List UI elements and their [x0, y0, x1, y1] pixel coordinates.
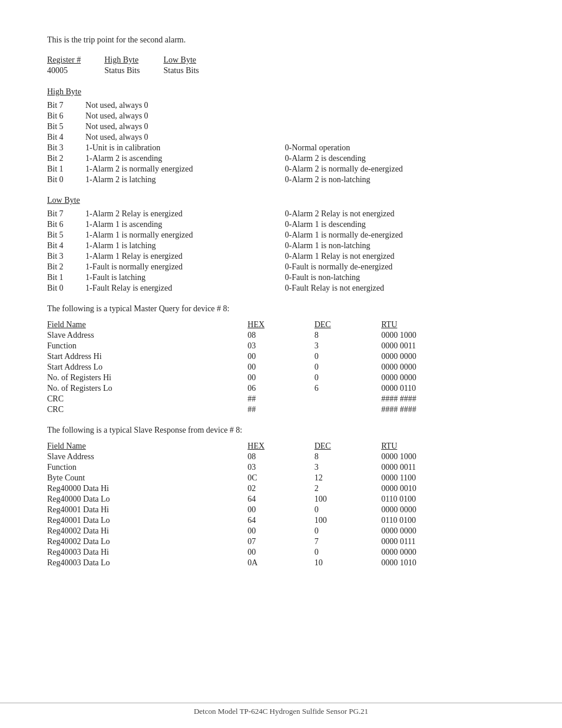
- field-name: CRC: [47, 404, 247, 415]
- field-rtu: 0000 1000: [381, 330, 515, 341]
- bit-label: Bit 5: [47, 121, 85, 132]
- bit-zero: [285, 121, 515, 132]
- table-row: Bit 6 1-Alarm 1 is ascending 0-Alarm 1 i…: [47, 219, 515, 230]
- bit-label: Bit 7: [47, 100, 85, 111]
- sr-header-rtu: RTU: [381, 442, 397, 450]
- bit-zero: 0-Alarm 2 is normally de-energized: [285, 164, 515, 174]
- bit-one: 1-Fault is normally energized: [85, 262, 285, 272]
- field-rtu: 0000 0000: [381, 505, 515, 515]
- high-byte-table: Bit 7 Not used, always 0 Bit 6 Not used,…: [47, 100, 515, 185]
- bit-zero: 0-Alarm 2 is non-latching: [285, 174, 515, 185]
- table-row: No. of Registers Hi 00 0 0000 0000: [47, 373, 515, 383]
- field-hex: 64: [247, 494, 314, 505]
- sr-header-hex: HEX: [247, 442, 265, 450]
- field-dec: 0: [315, 547, 381, 558]
- field-dec: [315, 404, 381, 415]
- field-hex: 06: [247, 383, 314, 394]
- field-name: Start Address Lo: [47, 362, 247, 373]
- table-row: Bit 5 1-Alarm 1 is normally energized 0-…: [47, 230, 515, 241]
- bit-one: 1-Alarm 2 is ascending: [85, 153, 285, 164]
- table-row: No. of Registers Lo 06 6 0000 0110: [47, 383, 515, 394]
- slave-response-section: The following is a typical Slave Respons…: [47, 426, 515, 568]
- field-rtu: 0000 0000: [381, 547, 515, 558]
- bit-label: Bit 3: [47, 251, 85, 262]
- field-hex: 08: [247, 452, 314, 462]
- field-name: Slave Address: [47, 452, 247, 462]
- bit-zero: 0-Fault is non-latching: [285, 272, 515, 283]
- field-hex: ##: [247, 404, 314, 415]
- field-name: No. of Registers Hi: [47, 373, 247, 383]
- field-hex: 02: [247, 483, 314, 494]
- table-row: CRC ## #### ####: [47, 404, 515, 415]
- footer-text: Detcon Model TP-624C Hydrogen Sulfide Se…: [194, 707, 368, 716]
- high-byte-title: High Byte: [47, 87, 515, 97]
- field-rtu: 0000 0111: [381, 536, 515, 547]
- table-row: Function 03 3 0000 0011: [47, 341, 515, 351]
- reg-high: Status Bits: [104, 66, 163, 77]
- field-name: Function: [47, 341, 247, 351]
- field-dec: 8: [315, 452, 381, 462]
- intro-text: This is the trip point for the second al…: [47, 35, 515, 45]
- field-name: CRC: [47, 394, 247, 404]
- field-name: Reg40003 Data Hi: [47, 547, 247, 558]
- table-row: Reg40003 Data Lo 0A 10 0000 1010: [47, 558, 515, 568]
- bit-one: 1-Alarm 2 Relay is energized: [85, 209, 285, 219]
- register-table: Register # High Byte Low Byte 40005 Stat…: [47, 55, 515, 77]
- table-row: CRC ## #### ####: [47, 394, 515, 404]
- table-row: Bit 2 1-Alarm 2 is ascending 0-Alarm 2 i…: [47, 153, 515, 164]
- field-dec: 100: [315, 515, 381, 526]
- bit-label: Bit 6: [47, 219, 85, 230]
- bit-zero: 0-Fault Relay is not energized: [285, 283, 515, 294]
- bit-zero: 0-Fault is normally de-energized: [285, 262, 515, 272]
- field-hex: 00: [247, 547, 314, 558]
- field-hex: 00: [247, 373, 314, 383]
- field-hex: 03: [247, 462, 314, 473]
- master-query-table: Field Name HEX DEC RTU Slave Address 08 …: [47, 319, 515, 415]
- bit-label: Bit 0: [47, 283, 85, 294]
- field-hex: 0A: [247, 558, 314, 568]
- low-byte-title: Low Byte: [47, 196, 515, 205]
- field-name: Start Address Hi: [47, 351, 247, 362]
- footer: Detcon Model TP-624C Hydrogen Sulfide Se…: [0, 703, 562, 716]
- bit-zero: [285, 111, 515, 121]
- field-dec: 3: [315, 341, 381, 351]
- field-hex: 00: [247, 505, 314, 515]
- field-rtu: #### ####: [381, 404, 515, 415]
- field-rtu: 0000 0011: [381, 462, 515, 473]
- bit-one: Not used, always 0: [85, 121, 285, 132]
- field-rtu: 0000 0000: [381, 373, 515, 383]
- field-dec: 0: [315, 362, 381, 373]
- reg-header-high: High Byte: [104, 55, 138, 64]
- table-row: Bit 2 1-Fault is normally energized 0-Fa…: [47, 262, 515, 272]
- mq-header-hex: HEX: [247, 320, 265, 329]
- field-name: Reg40000 Data Hi: [47, 483, 247, 494]
- field-hex: 00: [247, 526, 314, 536]
- field-dec: 2: [315, 483, 381, 494]
- table-row: Bit 4 Not used, always 0: [47, 132, 515, 143]
- field-rtu: 0000 1000: [381, 452, 515, 462]
- bit-zero: 0-Normal operation: [285, 143, 515, 153]
- table-row: Start Address Lo 00 0 0000 0000: [47, 362, 515, 373]
- field-name: No. of Registers Lo: [47, 383, 247, 394]
- bit-one: 1-Alarm 1 Relay is energized: [85, 251, 285, 262]
- field-rtu: #### ####: [381, 394, 515, 404]
- mq-header-field: Field Name: [47, 320, 86, 329]
- field-rtu: 0000 1010: [381, 558, 515, 568]
- field-dec: 0: [315, 351, 381, 362]
- reg-number: 40005: [47, 66, 104, 77]
- field-rtu: 0000 0110: [381, 383, 515, 394]
- field-dec: 6: [315, 383, 381, 394]
- bit-one: Not used, always 0: [85, 132, 285, 143]
- bit-label: Bit 0: [47, 174, 85, 185]
- table-row: Bit 1 1-Fault is latching 0-Fault is non…: [47, 272, 515, 283]
- table-row: Slave Address 08 8 0000 1000: [47, 330, 515, 341]
- field-rtu: 0000 0011: [381, 341, 515, 351]
- sr-header-dec: DEC: [315, 442, 331, 450]
- field-dec: 7: [315, 536, 381, 547]
- reg-header-low: Low Byte: [163, 55, 196, 64]
- bit-label: Bit 2: [47, 262, 85, 272]
- table-row: Field Name HEX DEC RTU: [47, 319, 515, 330]
- high-byte-section: High Byte Bit 7 Not used, always 0 Bit 6…: [47, 87, 515, 185]
- table-row: Bit 7 Not used, always 0: [47, 100, 515, 111]
- master-query-section: The following is a typical Master Query …: [47, 304, 515, 415]
